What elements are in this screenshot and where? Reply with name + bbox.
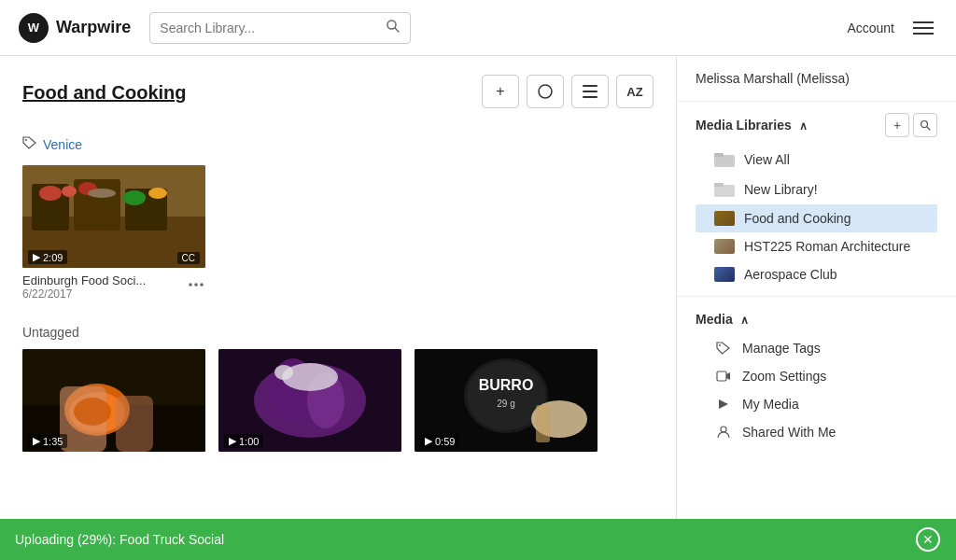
upload-banner: Uploading (29%): Food Truck Social ✕	[0, 519, 956, 560]
video-thumbnail-1: ▶ 2:09 CC	[22, 165, 205, 268]
svg-rect-48	[717, 371, 726, 381]
duration-text-u3: 0:59	[435, 436, 455, 447]
svg-line-1	[395, 28, 399, 32]
untagged-video-grid: ▶ 1:35	[22, 349, 654, 452]
untagged-video-card-1: ▶ 1:35	[22, 349, 205, 452]
svg-point-41	[921, 121, 928, 128]
person-svg	[716, 426, 731, 439]
upload-text: Uploading (29%): Food Truck Social	[15, 532, 224, 547]
media-libraries-section: Media Libraries ∧ +	[677, 102, 956, 292]
list-icon	[583, 85, 598, 98]
sidebar-item-shared-with-me[interactable]: Shared With Me	[696, 418, 937, 446]
video-date-1: 6/22/2017	[22, 287, 146, 301]
video-info-1: Edinburgh Food Soci... 6/22/2017	[22, 268, 205, 306]
play-icon-u1: ▶	[33, 435, 40, 447]
svg-point-18	[189, 283, 192, 287]
svg-point-19	[194, 283, 198, 287]
hamburger-button[interactable]	[909, 18, 937, 38]
manage-tags-label: Manage Tags	[742, 341, 821, 356]
content-area: Food and Cooking + AZ	[0, 56, 676, 560]
sidebar-item-my-media[interactable]: My Media	[696, 390, 937, 418]
hamburger-line-2	[913, 27, 934, 29]
folder-svg-icon	[714, 152, 735, 167]
media-libraries-header: Media Libraries ∧ +	[696, 113, 937, 137]
media-section-title: Media ∧	[696, 312, 749, 327]
shared-with-me-label: Shared With Me	[742, 425, 836, 440]
sidebar-user: Melissa Marshall (Melissa)	[677, 56, 956, 102]
add-library-button[interactable]: +	[885, 113, 909, 137]
tag-svg	[716, 342, 731, 355]
svg-point-12	[39, 186, 62, 201]
sidebar-divider-1	[677, 296, 956, 297]
thumb-overlay-1: ▶ 2:09 CC	[22, 246, 205, 268]
logo-area: W Warpwire	[19, 13, 131, 43]
new-library-folder-icon	[714, 181, 735, 198]
svg-point-6	[25, 139, 27, 141]
logo-icon: W	[19, 13, 49, 43]
venice-tag[interactable]: Venice	[43, 137, 82, 152]
zoom-icon	[714, 371, 733, 382]
svg-point-2	[539, 85, 552, 98]
video-thumbnail-u1: ▶ 1:35	[22, 349, 205, 452]
search-button[interactable]	[386, 19, 401, 37]
upload-close-button[interactable]: ✕	[915, 526, 941, 553]
svg-point-15	[88, 189, 116, 198]
duration-badge-1: ▶ 2:09	[28, 250, 67, 264]
play-icon-u3: ▶	[425, 435, 432, 447]
duration-text-1: 2:09	[43, 252, 63, 263]
sidebar-item-hst225[interactable]: HST225 Roman Architecture	[696, 232, 937, 260]
tagged-video-card: ▶ 2:09 CC Edinburgh Food Soci... 6/22/20…	[22, 165, 205, 306]
toolbar: + AZ	[482, 75, 654, 108]
video-thumbnail-u2: ▶ 1:00	[218, 349, 401, 452]
sidebar-item-zoom-settings[interactable]: Zoom Settings	[696, 362, 937, 390]
more-options-button-1[interactable]	[187, 275, 205, 299]
sort-label: AZ	[626, 85, 642, 99]
untagged-section-label: Untagged	[22, 325, 654, 340]
shared-icon	[714, 426, 733, 439]
account-link[interactable]: Account	[847, 21, 894, 35]
zoom-svg	[716, 371, 731, 382]
search-library-button[interactable]	[913, 113, 937, 137]
duration-text-u2: 1:00	[239, 436, 259, 447]
view-all-label: View All	[744, 152, 790, 167]
duration-badge-u1: ▶ 1:35	[28, 434, 67, 448]
video-info-row-1: Edinburgh Food Soci... 6/22/2017	[22, 273, 205, 301]
media-label: Media	[696, 312, 733, 327]
svg-point-13	[62, 186, 77, 197]
new-library-label: New Library!	[744, 182, 818, 197]
video-title-1: Edinburgh Food Soci...	[22, 273, 146, 287]
media-libraries-label: Media Libraries	[696, 118, 792, 133]
page-title: Food and Cooking	[22, 82, 187, 104]
thumb-overlay-u3: ▶ 0:59	[415, 430, 598, 452]
svg-point-17	[148, 188, 167, 199]
header-right: Account	[847, 18, 937, 38]
svg-text:29 g: 29 g	[497, 399, 514, 409]
add-button[interactable]: +	[482, 75, 519, 108]
food-thumb-mini	[714, 211, 735, 226]
duration-text-u1: 1:35	[43, 436, 63, 447]
play-icon-1: ▶	[33, 251, 40, 263]
sidebar-item-aerospace[interactable]: Aerospace Club	[696, 260, 937, 288]
thumb-overlay-u2: ▶ 1:00	[218, 430, 401, 452]
media-libraries-caret: ∧	[799, 119, 808, 133]
sidebar-item-new-library[interactable]: New Library!	[696, 175, 937, 204]
svg-line-42	[927, 127, 930, 130]
svg-text:BURRO: BURRO	[479, 377, 534, 393]
list-view-button[interactable]	[571, 75, 609, 108]
search-input[interactable]	[160, 21, 386, 35]
sidebar-item-view-all[interactable]: View All	[696, 145, 937, 175]
search-area	[149, 12, 411, 44]
close-circle: ✕	[916, 527, 940, 552]
sidebar-item-food-cooking[interactable]: Food and Cooking	[696, 204, 937, 232]
hst225-label: HST225 Roman Architecture	[744, 239, 910, 254]
app-name: Warpwire	[56, 18, 131, 37]
sidebar-item-manage-tags[interactable]: Manage Tags	[696, 334, 937, 362]
aero-thumb-mini	[714, 267, 735, 282]
tag-media-icon	[714, 342, 733, 355]
circle-button[interactable]	[527, 75, 564, 108]
svg-point-47	[719, 344, 721, 346]
svg-marker-50	[719, 399, 728, 409]
sort-az-button[interactable]: AZ	[616, 75, 654, 108]
view-all-folder-icon	[714, 151, 735, 168]
food-cooking-thumb	[714, 211, 735, 226]
